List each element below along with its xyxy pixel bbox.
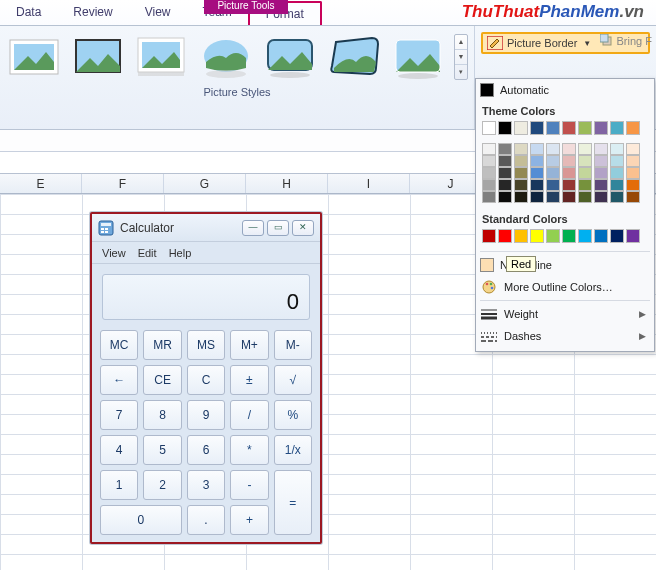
- color-swatch[interactable]: [498, 121, 512, 135]
- color-swatch[interactable]: [562, 121, 576, 135]
- color-swatch[interactable]: [546, 167, 560, 179]
- color-swatch[interactable]: [594, 229, 608, 243]
- color-swatch[interactable]: [482, 143, 496, 155]
- color-swatch[interactable]: [562, 167, 576, 179]
- key-ce[interactable]: CE: [143, 365, 181, 395]
- color-swatch[interactable]: [610, 155, 624, 167]
- color-swatch[interactable]: [594, 167, 608, 179]
- color-swatch[interactable]: [530, 155, 544, 167]
- bring-forward-button[interactable]: Bring F: [600, 34, 652, 48]
- key-7[interactable]: 7: [100, 400, 138, 430]
- key-1[interactable]: 1: [100, 470, 138, 500]
- key-mr[interactable]: MR: [143, 330, 181, 360]
- color-swatch[interactable]: [514, 121, 528, 135]
- tab-data[interactable]: Data: [0, 1, 57, 25]
- color-swatch[interactable]: [546, 191, 560, 203]
- color-swatch[interactable]: [546, 229, 560, 243]
- key-ms[interactable]: MS: [187, 330, 225, 360]
- color-swatch[interactable]: [626, 229, 640, 243]
- color-swatch[interactable]: [482, 167, 496, 179]
- key-2[interactable]: 2: [143, 470, 181, 500]
- tab-review[interactable]: Review: [57, 1, 128, 25]
- color-swatch[interactable]: [530, 191, 544, 203]
- color-swatch[interactable]: [498, 143, 512, 155]
- dd-weight[interactable]: Weight ▶: [476, 303, 654, 325]
- color-swatch[interactable]: [498, 179, 512, 191]
- calc-menu-edit[interactable]: Edit: [138, 247, 157, 259]
- calc-menu-help[interactable]: Help: [169, 247, 192, 259]
- picture-style-thumb[interactable]: [390, 34, 446, 80]
- color-swatch[interactable]: [498, 155, 512, 167]
- key-div[interactable]: /: [230, 400, 268, 430]
- key-mplus[interactable]: M+: [230, 330, 268, 360]
- col-header[interactable]: H: [246, 174, 328, 193]
- color-swatch[interactable]: [610, 143, 624, 155]
- tab-view[interactable]: View: [129, 1, 187, 25]
- color-swatch[interactable]: [594, 155, 608, 167]
- color-swatch[interactable]: [514, 143, 528, 155]
- key-mminus[interactable]: M-: [274, 330, 312, 360]
- gallery-scroller[interactable]: ▲▼▾: [454, 34, 468, 80]
- color-swatch[interactable]: [562, 229, 576, 243]
- col-header[interactable]: F: [82, 174, 164, 193]
- picture-style-thumb[interactable]: [262, 34, 318, 80]
- key-c[interactable]: C: [187, 365, 225, 395]
- dd-dashes[interactable]: Dashes ▶: [476, 325, 654, 347]
- color-swatch[interactable]: [578, 191, 592, 203]
- col-header[interactable]: I: [328, 174, 410, 193]
- color-swatch[interactable]: [594, 191, 608, 203]
- key-equals[interactable]: =: [274, 470, 312, 535]
- color-swatch[interactable]: [610, 191, 624, 203]
- key-3[interactable]: 3: [187, 470, 225, 500]
- color-swatch[interactable]: [514, 229, 528, 243]
- color-swatch[interactable]: [546, 121, 560, 135]
- color-swatch[interactable]: [562, 155, 576, 167]
- key-back[interactable]: ←: [100, 365, 138, 395]
- color-swatch[interactable]: [626, 179, 640, 191]
- color-swatch[interactable]: [514, 191, 528, 203]
- color-swatch[interactable]: [482, 179, 496, 191]
- color-swatch[interactable]: [626, 191, 640, 203]
- color-swatch[interactable]: [514, 167, 528, 179]
- key-dot[interactable]: .: [187, 505, 225, 535]
- key-mc[interactable]: MC: [100, 330, 138, 360]
- calculator-window[interactable]: Calculator — ▭ ✕ View Edit Help 0 MC MR …: [90, 212, 322, 544]
- picture-style-thumb[interactable]: [326, 34, 382, 80]
- key-inv[interactable]: 1/x: [274, 435, 312, 465]
- color-swatch[interactable]: [562, 191, 576, 203]
- calculator-titlebar[interactable]: Calculator — ▭ ✕: [92, 214, 320, 242]
- color-swatch[interactable]: [498, 229, 512, 243]
- key-minus[interactable]: -: [230, 470, 268, 500]
- color-swatch[interactable]: [610, 179, 624, 191]
- color-swatch[interactable]: [578, 121, 592, 135]
- color-swatch[interactable]: [562, 179, 576, 191]
- color-swatch[interactable]: [530, 143, 544, 155]
- color-swatch[interactable]: [498, 167, 512, 179]
- key-4[interactable]: 4: [100, 435, 138, 465]
- key-8[interactable]: 8: [143, 400, 181, 430]
- minimize-button[interactable]: —: [242, 220, 264, 236]
- color-swatch[interactable]: [482, 121, 496, 135]
- key-plus[interactable]: +: [230, 505, 268, 535]
- key-9[interactable]: 9: [187, 400, 225, 430]
- color-swatch[interactable]: [610, 121, 624, 135]
- color-swatch[interactable]: [530, 121, 544, 135]
- calc-menu-view[interactable]: View: [102, 247, 126, 259]
- color-swatch[interactable]: [498, 191, 512, 203]
- color-swatch[interactable]: [562, 143, 576, 155]
- key-0[interactable]: 0: [100, 505, 182, 535]
- color-swatch[interactable]: [626, 143, 640, 155]
- color-swatch[interactable]: [610, 229, 624, 243]
- dd-automatic[interactable]: Automatic: [476, 79, 654, 101]
- dd-no-outline[interactable]: No Outline: [476, 254, 654, 276]
- color-swatch[interactable]: [578, 179, 592, 191]
- color-swatch[interactable]: [578, 143, 592, 155]
- color-swatch[interactable]: [594, 121, 608, 135]
- key-5[interactable]: 5: [143, 435, 181, 465]
- picture-style-thumb[interactable]: [6, 34, 62, 80]
- key-sqrt[interactable]: √: [274, 365, 312, 395]
- color-swatch[interactable]: [514, 155, 528, 167]
- color-swatch[interactable]: [482, 155, 496, 167]
- key-6[interactable]: 6: [187, 435, 225, 465]
- dd-more-colors[interactable]: More Outline Colors…: [476, 276, 654, 298]
